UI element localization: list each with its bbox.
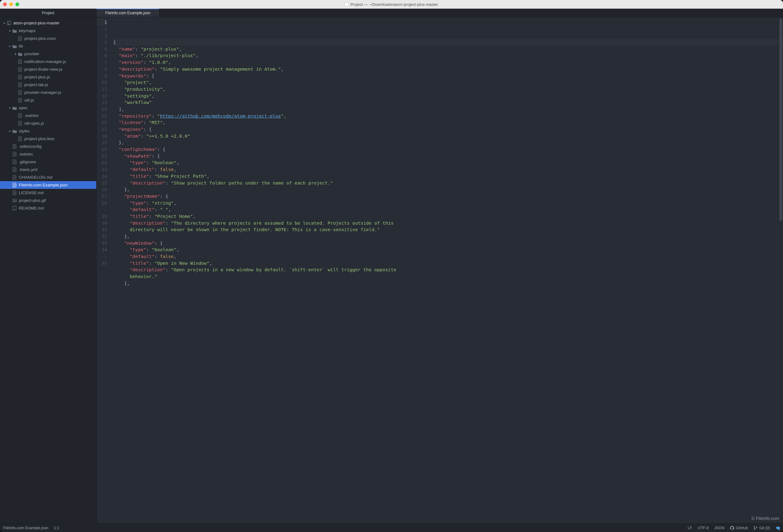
code-line[interactable]: },: [113, 139, 783, 146]
line-number[interactable]: 9: [97, 72, 107, 79]
tree-item[interactable]: LICENSE.md: [0, 189, 96, 196]
file-tree[interactable]: atom-project-plus-masterkeymapsproject-p…: [0, 17, 97, 523]
code-line[interactable]: "default": " ",: [113, 206, 783, 213]
code-line[interactable]: },: [113, 280, 783, 287]
code-line[interactable]: "version": "1.0.0",: [113, 59, 783, 66]
status-encoding[interactable]: UTF-8: [698, 526, 709, 530]
tree-item[interactable]: project-plus.cson: [0, 35, 96, 42]
line-number[interactable]: 8: [97, 66, 107, 72]
line-number[interactable]: 35: [97, 260, 107, 267]
tree-item[interactable]: project-plus.gif: [0, 196, 96, 204]
code-line[interactable]: "productivity",: [113, 86, 783, 93]
line-number[interactable]: 10: [97, 79, 107, 86]
code-line[interactable]: "settings",: [113, 93, 783, 99]
code-line[interactable]: "default": false,: [113, 166, 783, 173]
code-line[interactable]: "description": "The directory where proj…: [113, 220, 783, 226]
disclosure-triangle[interactable]: [8, 129, 12, 133]
code-line[interactable]: },: [113, 186, 783, 193]
line-number[interactable]: 22: [97, 159, 107, 166]
tree-item[interactable]: atom-project-plus-master: [0, 19, 96, 27]
code-line[interactable]: "project",: [113, 79, 783, 86]
code-line[interactable]: "workflow": [113, 99, 783, 106]
tree-item[interactable]: .eslintrc: [0, 150, 96, 158]
line-number[interactable]: 5: [97, 46, 107, 53]
line-number[interactable]: 2: [97, 26, 107, 32]
tree-item[interactable]: keymaps: [0, 27, 96, 35]
status-github[interactable]: GitHub: [730, 526, 748, 530]
tree-item[interactable]: .travis.yml: [0, 166, 96, 174]
disclosure-triangle[interactable]: [8, 44, 12, 48]
tree-item[interactable]: .eslintrc: [0, 112, 96, 119]
code-line[interactable]: "title": "Show Project Path",: [113, 173, 783, 180]
disclosure-triangle[interactable]: [8, 106, 12, 110]
disclosure-triangle[interactable]: [2, 21, 6, 25]
code-line[interactable]: "license": "MIT",: [113, 119, 783, 126]
status-cursor[interactable]: 1:1: [54, 526, 59, 530]
disclosure-triangle[interactable]: [8, 29, 12, 33]
tree-item[interactable]: util-spec.js: [0, 119, 96, 127]
tree-item[interactable]: project-plus.less: [0, 135, 96, 143]
tree-item[interactable]: .editorconfig: [0, 143, 96, 150]
code-line[interactable]: "repository": "https://github.com/mehcod…: [113, 113, 783, 119]
code-line[interactable]: "title": "Open in New Window",: [113, 260, 783, 267]
line-number[interactable]: 25: [97, 180, 107, 186]
minimize-window-button[interactable]: [9, 2, 13, 6]
code-line[interactable]: "projectHome": {: [113, 193, 783, 200]
tree-item[interactable]: util.js: [0, 96, 96, 104]
tree-item[interactable]: .gitignore: [0, 158, 96, 166]
line-number[interactable]: 1: [97, 19, 107, 26]
line-number[interactable]: 3: [97, 32, 107, 39]
editor-scrollbar[interactable]: [779, 19, 782, 221]
code-line[interactable]: "default": false,: [113, 253, 783, 260]
code-line[interactable]: "configSchema": {: [113, 146, 783, 153]
line-number[interactable]: 33: [97, 240, 107, 247]
line-number[interactable]: 21: [97, 153, 107, 160]
text-editor[interactable]: 1234567891011121314151617181920212223242…: [97, 17, 783, 523]
status-eol[interactable]: LF: [688, 526, 692, 530]
line-number[interactable]: 13: [97, 99, 107, 106]
status-git[interactable]: Git (0): [753, 526, 770, 530]
tree-item[interactable]: spec: [0, 104, 96, 112]
line-number[interactable]: 7: [97, 59, 107, 66]
line-number[interactable]: 32: [97, 233, 107, 240]
code-line[interactable]: "newWindow": {: [113, 240, 783, 247]
code-line[interactable]: "keywords": [: [113, 72, 783, 79]
code-line[interactable]: "type": "string",: [113, 200, 783, 207]
tree-item[interactable]: provider: [0, 50, 96, 58]
code-line[interactable]: "main": "./lib/project-plus",: [113, 52, 783, 59]
tab-fileinfo-example[interactable]: FileInfo.com Example.json: [97, 9, 159, 17]
status-file-name[interactable]: FileInfo.com Example.json: [3, 526, 49, 530]
code-line[interactable]: },: [113, 233, 783, 240]
code-line[interactable]: {: [113, 39, 783, 46]
line-number[interactable]: 20: [97, 146, 107, 153]
tree-item[interactable]: notification-manager.js: [0, 58, 96, 65]
close-window-button[interactable]: [3, 2, 7, 6]
tree-item[interactable]: lib: [0, 42, 96, 50]
line-number[interactable]: ·: [97, 206, 107, 213]
line-number[interactable]: 29: [97, 213, 107, 220]
tree-item[interactable]: project-finder-view.js: [0, 65, 96, 73]
line-number[interactable]: 4: [97, 39, 107, 46]
zoom-window-button[interactable]: [15, 2, 19, 6]
tree-item[interactable]: FileInfo.com Example.json: [0, 181, 96, 189]
line-number[interactable]: 30: [97, 220, 107, 226]
code-line[interactable]: "description": "Simply awesome project m…: [113, 66, 783, 72]
code-line[interactable]: "type": "boolean",: [113, 159, 783, 166]
line-number[interactable]: 24: [97, 173, 107, 180]
line-number[interactable]: 16: [97, 119, 107, 126]
tab-bar-empty[interactable]: [159, 9, 783, 17]
tree-item[interactable]: styles: [0, 127, 96, 135]
tree-item[interactable]: provider-manager.js: [0, 89, 96, 96]
code-line[interactable]: "atom": ">=1.5.0 <2.0.0": [113, 133, 783, 139]
line-number[interactable]: 26: [97, 186, 107, 193]
line-number[interactable]: 31: [97, 226, 107, 233]
status-update-squirrel[interactable]: [776, 526, 780, 530]
line-number[interactable]: 14: [97, 106, 107, 113]
line-number[interactable]: 27: [97, 193, 107, 200]
line-number[interactable]: 12: [97, 93, 107, 99]
tree-item[interactable]: CHANGELOG.md: [0, 174, 96, 181]
tree-item[interactable]: README.md: [0, 204, 96, 212]
code-line[interactable]: "type": "boolean",: [113, 246, 783, 253]
code-line[interactable]: "name": "project-plus",: [113, 46, 783, 53]
tree-item[interactable]: project-plus.js: [0, 73, 96, 81]
